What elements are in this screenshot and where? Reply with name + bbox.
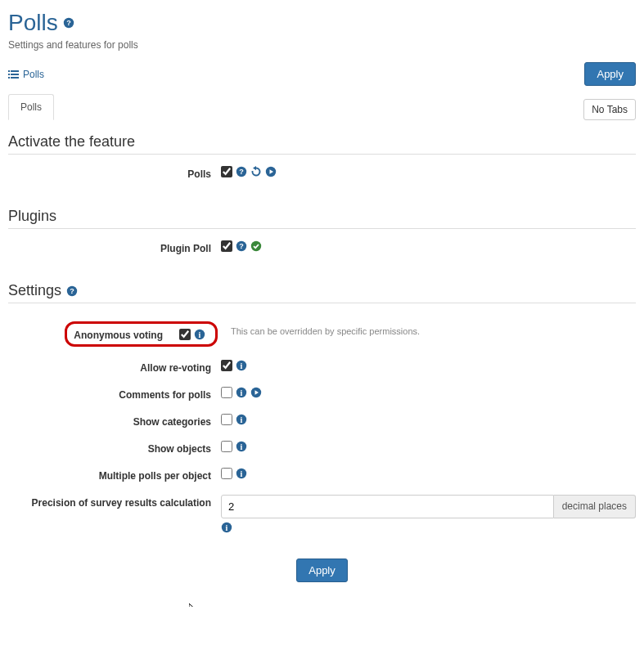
info-icon[interactable] <box>194 329 205 340</box>
help-icon[interactable] <box>63 17 74 29</box>
section-settings-heading: Settings <box>8 282 636 303</box>
anonymous-voting-label: Anonymous voting <box>74 327 173 341</box>
comments-label: Comments for polls <box>8 387 221 401</box>
section-activate-heading: Activate the feature <box>8 133 636 155</box>
help-icon[interactable] <box>236 240 247 252</box>
info-icon[interactable] <box>236 468 247 479</box>
showcat-label: Show categories <box>8 414 221 428</box>
info-icon[interactable] <box>221 522 232 533</box>
plugin-poll-checkbox[interactable] <box>221 240 232 252</box>
plugin-poll-label: Plugin Poll <box>8 240 221 254</box>
help-icon[interactable] <box>66 285 78 297</box>
info-icon[interactable] <box>236 414 247 425</box>
anonymous-voting-hint: This can be overridden by specific permi… <box>231 326 636 336</box>
showobj-label: Show objects <box>8 441 221 455</box>
showobj-checkbox[interactable] <box>221 441 232 452</box>
precision-label: Precision of survey results calculation <box>8 495 221 509</box>
page-subtitle: Settings and features for polls <box>8 39 636 51</box>
multi-label: Multiple polls per object <box>8 468 221 482</box>
list-icon <box>8 69 20 80</box>
play-icon[interactable] <box>250 387 262 398</box>
reset-icon[interactable] <box>250 166 262 177</box>
revote-label: Allow re-voting <box>8 360 221 374</box>
anonymous-voting-highlight: Anonymous voting <box>65 321 218 347</box>
section-settings-text: Settings <box>8 282 61 299</box>
breadcrumb-label: Polls <box>23 69 44 80</box>
apply-button-bottom[interactable]: Apply <box>296 559 348 582</box>
help-icon[interactable] <box>236 166 247 177</box>
page-title: Polls <box>8 10 636 36</box>
info-icon[interactable] <box>236 441 247 452</box>
breadcrumb[interactable]: Polls <box>8 69 44 80</box>
page-title-text: Polls <box>8 10 58 36</box>
apply-button-top[interactable]: Apply <box>584 62 636 86</box>
tab-polls[interactable]: Polls <box>8 94 54 120</box>
info-icon[interactable] <box>236 360 247 371</box>
comments-checkbox[interactable] <box>221 387 232 398</box>
info-icon[interactable] <box>236 387 247 398</box>
polls-label: Polls <box>8 166 221 180</box>
precision-addon: decimal places <box>554 495 636 518</box>
section-plugins-heading: Plugins <box>8 208 636 229</box>
polls-checkbox[interactable] <box>221 166 232 177</box>
no-tabs-button[interactable]: No Tabs <box>583 99 636 120</box>
precision-input[interactable] <box>221 495 554 518</box>
check-ok-icon[interactable] <box>250 240 262 252</box>
play-icon[interactable] <box>265 166 277 177</box>
mouse-cursor-icon <box>189 603 200 607</box>
showcat-checkbox[interactable] <box>221 414 232 425</box>
revote-checkbox[interactable] <box>221 360 232 371</box>
anonymous-voting-checkbox[interactable] <box>179 329 191 340</box>
multi-checkbox[interactable] <box>221 468 232 479</box>
